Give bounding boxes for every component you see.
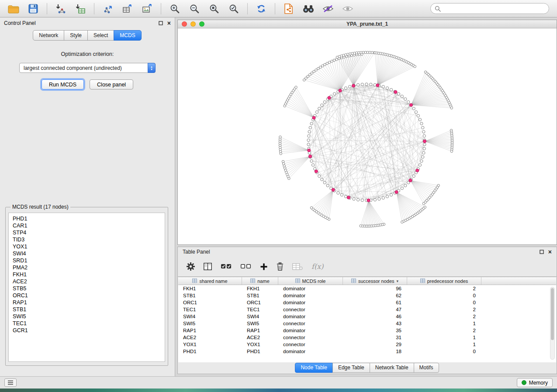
result-item[interactable]: RAP1 <box>13 299 161 306</box>
result-item[interactable]: FKH1 <box>13 271 161 278</box>
traffic-lights <box>182 21 204 27</box>
float-window-icon[interactable] <box>540 250 544 254</box>
table-row[interactable]: FKH1FKH1dominator962 <box>178 285 556 292</box>
close-panel-button[interactable]: Close panel <box>90 79 133 89</box>
show-all-button[interactable] <box>339 2 357 16</box>
memory-button[interactable]: Memory <box>517 378 553 387</box>
table-scrollbar[interactable] <box>550 287 555 360</box>
table-row[interactable]: PHD1PHD1dominator180 <box>178 348 556 355</box>
result-item[interactable]: ACE2 <box>13 278 161 285</box>
table-row[interactable]: SWI5SWI5connector431 <box>178 320 556 327</box>
table-settings-button[interactable] <box>187 262 195 271</box>
tab-style[interactable]: Style <box>64 30 88 41</box>
add-column-button[interactable] <box>260 263 268 271</box>
network-canvas[interactable] <box>178 28 557 244</box>
result-item[interactable]: PMA2 <box>13 264 161 271</box>
select-all-button[interactable] <box>221 263 232 270</box>
column-type-icon <box>420 279 425 284</box>
result-item[interactable]: SWI4 <box>13 250 161 257</box>
column-header-shared-name[interactable]: shared name <box>178 277 242 285</box>
result-item[interactable]: TEC1 <box>13 320 161 327</box>
tab-network[interactable]: Network <box>33 30 64 41</box>
tab-network-table[interactable]: Network Table <box>370 363 414 373</box>
column-header-label: successor nodes <box>358 279 394 284</box>
save-session-button[interactable] <box>24 2 42 16</box>
result-item[interactable]: GCR1 <box>13 327 161 334</box>
result-item[interactable]: STP4 <box>13 229 161 236</box>
function-builder-button[interactable]: f(x) <box>311 262 323 271</box>
table-cell: 0 <box>407 349 481 354</box>
column-header-MCDS-role[interactable]: MCDS role <box>278 277 343 285</box>
zoom-in-button[interactable] <box>166 2 184 16</box>
hide-selected-button[interactable] <box>319 2 337 16</box>
control-panel-title: Control Panel <box>4 20 36 26</box>
refresh-layout-button[interactable] <box>252 2 270 16</box>
table-row[interactable]: TEC1TEC1connector472 <box>178 306 556 313</box>
close-window-icon[interactable] <box>182 21 187 27</box>
table-row[interactable]: SWI4SWI4dominator462 <box>178 313 556 320</box>
tab-motifs[interactable]: Motifs <box>414 363 439 373</box>
import-network-button[interactable] <box>52 2 70 16</box>
result-item[interactable]: ORC1 <box>13 292 161 299</box>
deselect-all-button[interactable] <box>240 263 251 270</box>
result-item[interactable]: TID3 <box>13 236 161 243</box>
column-header-successor-nodes[interactable]: successor nodes▾ <box>343 277 407 285</box>
table-cell: FKH1 <box>178 286 242 291</box>
export-table-icon <box>122 3 133 14</box>
search-box[interactable] <box>430 3 549 14</box>
table-row[interactable]: ORC1ORC1dominator610 <box>178 299 556 306</box>
scrollbar-thumb[interactable] <box>551 288 554 340</box>
export-table-button[interactable] <box>118 2 137 16</box>
table-row[interactable]: ACE2ACE2connector311 <box>178 334 556 341</box>
gear-icon <box>187 262 195 271</box>
find-button[interactable] <box>299 2 318 16</box>
export-image-icon <box>142 3 152 14</box>
tab-node-table[interactable]: Node Table <box>295 363 333 373</box>
zoom-fit-button[interactable] <box>205 2 223 16</box>
result-item[interactable]: SWI5 <box>13 313 161 320</box>
search-input[interactable] <box>443 6 545 12</box>
result-item[interactable]: PHD1 <box>13 215 161 222</box>
table-row[interactable]: STB1STB1dominator620 <box>178 292 556 299</box>
desktop-wallpaper-strip <box>0 389 557 392</box>
export-image-button[interactable] <box>138 2 156 16</box>
result-item[interactable]: CAR1 <box>13 222 161 229</box>
result-item[interactable]: SRD1 <box>13 257 161 264</box>
table-cell: 61 <box>343 300 407 305</box>
close-panel-icon[interactable]: × <box>167 21 171 26</box>
column-header-label: name <box>257 279 270 284</box>
export-network-button[interactable] <box>99 2 117 16</box>
column-header-predecessor-nodes[interactable]: predecessor nodes <box>407 277 481 285</box>
column-header-name[interactable]: name <box>242 277 278 285</box>
result-item[interactable]: YOX1 <box>13 243 161 250</box>
close-panel-icon[interactable]: × <box>548 249 552 254</box>
table-row[interactable]: RAP1RAP1dominator352 <box>178 327 556 334</box>
result-item[interactable]: STB1 <box>13 306 161 313</box>
open-session-button[interactable] <box>4 2 23 16</box>
float-window-icon[interactable] <box>159 21 163 25</box>
panel-menu-button[interactable] <box>4 378 17 387</box>
run-mcds-button[interactable]: Run MCDS <box>42 79 84 89</box>
zoom-selected-button[interactable] <box>225 2 243 16</box>
tab-mcds[interactable]: MCDS <box>114 30 141 41</box>
delete-column-button[interactable] <box>277 262 284 271</box>
tab-select[interactable]: Select <box>87 30 114 41</box>
network-window-titlebar[interactable]: YPA_prune.txt_1 <box>178 20 557 28</box>
clone-network-icon <box>284 3 294 14</box>
clone-network-button[interactable] <box>280 2 298 16</box>
zoom-out-button[interactable] <box>185 2 204 16</box>
check-all-icon <box>221 263 232 270</box>
table-row[interactable]: YOX1YOX1connector291 <box>178 341 556 348</box>
table-cell: TEC1 <box>242 307 278 312</box>
minimize-window-icon[interactable] <box>190 21 196 27</box>
tab-edge-table[interactable]: Edge Table <box>332 363 370 373</box>
optimization-dropdown[interactable]: largest connected component (undirected)… <box>19 63 156 73</box>
result-item[interactable]: STB5 <box>13 285 161 292</box>
clear-table-button[interactable] <box>292 263 303 270</box>
import-table-button[interactable] <box>71 2 90 16</box>
open-folder-icon <box>8 4 19 14</box>
show-columns-button[interactable] <box>204 263 212 270</box>
network-window-title: YPA_prune.txt_1 <box>346 21 388 27</box>
maximize-window-icon[interactable] <box>199 21 204 27</box>
mcds-result-list[interactable]: PHD1CAR1STP4TID3YOX1SWI4SRD1PMA2FKH1ACE2… <box>8 213 165 362</box>
